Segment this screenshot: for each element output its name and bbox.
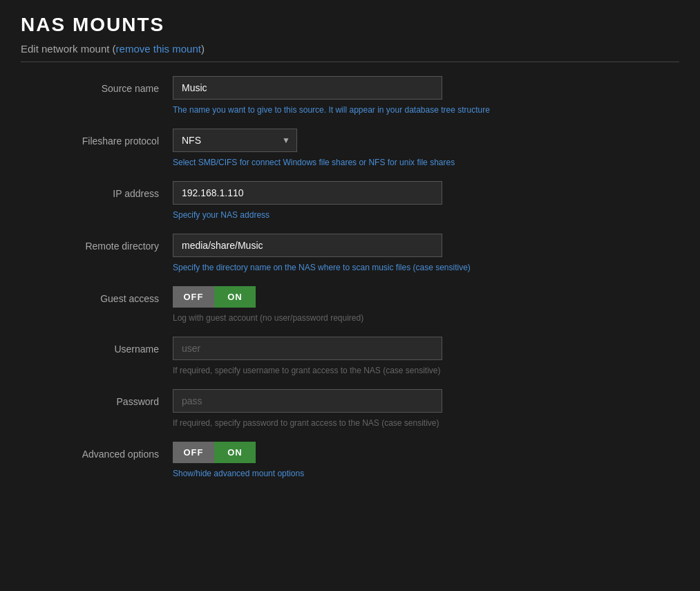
advanced-options-off-button[interactable]: OFF (173, 442, 214, 463)
guest-access-label: Guest access (21, 286, 173, 304)
advanced-options-row: Advanced options OFF ON Show/hide advanc… (21, 442, 679, 478)
guest-access-content: OFF ON Log with guest account (no user/p… (173, 286, 679, 323)
source-name-label: Source name (21, 76, 173, 94)
remote-directory-content: Specify the directory name on the NAS wh… (173, 234, 679, 272)
source-name-row: Source name The name you want to give to… (21, 76, 679, 115)
advanced-options-toggle: OFF ON (173, 442, 256, 463)
fileshare-protocol-hint: Select SMB/CIFS for connect Windows file… (173, 158, 518, 167)
ip-address-content: Specify your NAS address (173, 181, 679, 220)
password-label: Password (21, 389, 173, 407)
subtitle-prefix: Edit network mount ( (21, 43, 116, 55)
ip-address-input[interactable] (173, 181, 442, 205)
page-container: NAS MOUNTS Edit network mount (remove th… (0, 0, 700, 506)
fileshare-protocol-label: Fileshare protocol (21, 129, 173, 147)
advanced-options-on-button[interactable]: ON (214, 442, 256, 463)
guest-access-off-button[interactable]: OFF (173, 286, 214, 308)
remote-directory-row: Remote directory Specify the directory n… (21, 234, 679, 272)
password-hint: If required, specify password to grant a… (173, 418, 518, 428)
password-content: If required, specify password to grant a… (173, 389, 679, 428)
username-hint: If required, specify username to grant a… (173, 366, 518, 375)
password-input[interactable] (173, 389, 442, 413)
guest-access-on-button[interactable]: ON (214, 286, 256, 308)
guest-access-hint: Log with guest account (no user/password… (173, 313, 518, 323)
remote-directory-label: Remote directory (21, 234, 173, 252)
subtitle: Edit network mount (remove this mount) (21, 43, 679, 62)
password-row: Password If required, specify password t… (21, 389, 679, 428)
remote-directory-input[interactable] (173, 234, 442, 257)
ip-address-row: IP address Specify your NAS address (21, 181, 679, 220)
username-row: Username If required, specify username t… (21, 337, 679, 375)
advanced-options-label: Advanced options (21, 442, 173, 460)
username-content: If required, specify username to grant a… (173, 337, 679, 375)
form-container: Source name The name you want to give to… (21, 76, 679, 478)
page-title: NAS MOUNTS (21, 14, 679, 36)
ip-address-hint: Specify your NAS address (173, 210, 518, 220)
subtitle-suffix: ) (201, 43, 205, 55)
advanced-options-hint: Show/hide advanced mount options (173, 469, 518, 478)
remote-directory-hint: Specify the directory name on the NAS wh… (173, 263, 518, 272)
ip-address-label: IP address (21, 181, 173, 199)
username-label: Username (21, 337, 173, 355)
source-name-input[interactable] (173, 76, 442, 100)
advanced-options-content: OFF ON Show/hide advanced mount options (173, 442, 679, 478)
fileshare-protocol-select-wrapper: NFS SMB/CIFS ▼ (173, 129, 297, 152)
username-input[interactable] (173, 337, 442, 360)
source-name-content: The name you want to give to this source… (173, 76, 679, 115)
fileshare-protocol-content: NFS SMB/CIFS ▼ Select SMB/CIFS for conne… (173, 129, 679, 167)
remove-mount-link[interactable]: remove this mount (116, 43, 201, 55)
source-name-hint: The name you want to give to this source… (173, 105, 518, 115)
fileshare-protocol-select[interactable]: NFS SMB/CIFS (173, 129, 297, 152)
guest-access-toggle: OFF ON (173, 286, 256, 308)
fileshare-protocol-row: Fileshare protocol NFS SMB/CIFS ▼ Select… (21, 129, 679, 167)
guest-access-row: Guest access OFF ON Log with guest accou… (21, 286, 679, 323)
